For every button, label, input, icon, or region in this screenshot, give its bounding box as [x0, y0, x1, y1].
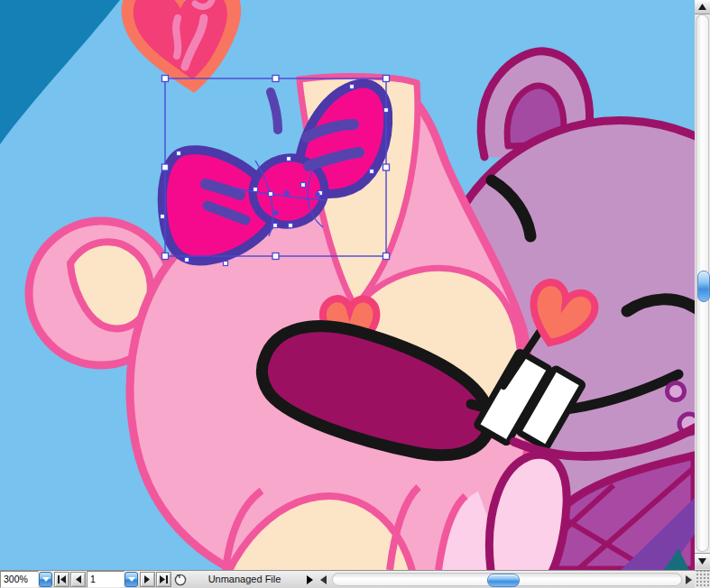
page-number-value: 1 [90, 574, 96, 584]
last-page-button[interactable] [156, 572, 171, 587]
selection-handle[interactable] [272, 76, 279, 82]
status-bar: 300% 1 Unmanaged File [0, 570, 710, 588]
horizontal-scrollbar-track[interactable] [332, 573, 682, 586]
arrow-left-icon [320, 575, 327, 584]
first-page-button[interactable] [54, 572, 69, 587]
resize-grip[interactable] [695, 571, 710, 588]
page-number-field[interactable]: 1 [87, 571, 124, 588]
document-state-icon [173, 573, 187, 586]
document-state-button[interactable] [171, 571, 188, 588]
vertical-scrollbar-track[interactable] [696, 14, 709, 552]
scroll-left-button[interactable] [317, 571, 330, 588]
zoom-level-value: 300% [4, 574, 28, 584]
previous-page-button[interactable] [70, 572, 86, 587]
zoom-dropdown-button[interactable] [39, 572, 52, 587]
chevron-down-icon [128, 577, 135, 582]
arrow-up-icon [698, 4, 706, 10]
arrow-right-icon [686, 575, 692, 584]
file-status-label[interactable]: Unmanaged File [188, 571, 301, 588]
artwork [0, 0, 695, 570]
zoom-level-field[interactable]: 300% [0, 571, 39, 588]
last-page-icon [160, 575, 168, 583]
scroll-down-button[interactable] [695, 553, 710, 569]
selection-handle[interactable] [383, 164, 390, 170]
arrow-down-icon [698, 558, 706, 565]
chevron-down-icon [42, 577, 50, 582]
cheek-circle-shape [668, 383, 685, 400]
status-menu-button[interactable] [303, 571, 316, 588]
vertical-scrollbar[interactable] [695, 0, 710, 570]
previous-page-icon [75, 575, 81, 583]
selection-handle[interactable] [383, 253, 390, 260]
application-window: 300% 1 Unmanaged File [0, 0, 710, 588]
selection-handle[interactable] [272, 253, 279, 260]
next-page-icon [144, 575, 151, 583]
popup-arrow-icon [307, 575, 313, 584]
next-page-button[interactable] [140, 572, 155, 587]
selection-handle[interactable] [383, 76, 390, 82]
scroll-right-button[interactable] [682, 571, 695, 588]
selection-handle[interactable] [162, 253, 169, 260]
horizontal-scrollbar-thumb[interactable] [487, 574, 520, 587]
selection-handle[interactable] [162, 76, 169, 82]
vertical-scrollbar-thumb[interactable] [697, 271, 710, 302]
document-canvas[interactable] [0, 0, 695, 570]
page-dropdown-button[interactable] [124, 572, 138, 587]
scroll-up-button[interactable] [695, 0, 710, 14]
first-page-icon [58, 575, 66, 583]
selection-handle[interactable] [162, 164, 169, 170]
